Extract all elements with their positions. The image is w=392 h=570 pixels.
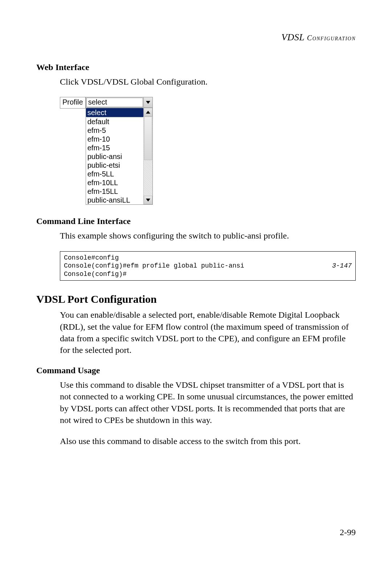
chevron-up-icon: [146, 111, 150, 114]
profile-combobox[interactable]: select: [86, 97, 153, 108]
para-web-interface: Click VDSL/VDSL Global Configuration.: [60, 76, 356, 87]
para-cli: This example shows configuring the switc…: [60, 230, 356, 241]
scroll-thumb[interactable]: [144, 117, 152, 160]
profile-option-efm-5ll[interactable]: efm-5LL: [86, 170, 143, 178]
profile-option-efm-15ll[interactable]: efm-15LL: [86, 187, 143, 196]
para-port-config: You can enable/disable a selected port, …: [60, 309, 356, 356]
para-command-usage-1: Use this command to disable the VDSL chi…: [60, 379, 356, 426]
scroll-track[interactable]: [144, 117, 152, 196]
profile-listbox-items: select default efm-5 efm-10 efm-15 publi…: [86, 108, 143, 204]
profile-option-default[interactable]: default: [86, 117, 143, 126]
running-header: VDSL Configuration: [36, 32, 356, 43]
cli-code-ref: 3-147: [325, 262, 352, 270]
profile-option-efm-10[interactable]: efm-10: [86, 135, 143, 143]
scroll-up-button[interactable]: [144, 108, 152, 117]
profile-option-efm-5[interactable]: efm-5: [86, 126, 143, 135]
para-command-usage-2: Also use this command to disable access …: [60, 435, 356, 447]
profile-combobox-button[interactable]: [143, 97, 152, 107]
cli-code: Console#config Console(config)#efm profi…: [64, 254, 244, 278]
running-header-main: VDSL: [281, 32, 305, 42]
running-header-tail: Configuration: [305, 34, 356, 42]
cli-code-box: Console#config Console(config)#efm profi…: [60, 251, 356, 281]
profile-listbox-scrollbar[interactable]: [143, 108, 152, 204]
heading-web-interface: Web Interface: [36, 62, 356, 72]
page-number: 2-99: [340, 528, 356, 537]
profile-label: Profile: [60, 97, 86, 109]
profile-option-efm-15[interactable]: efm-15: [86, 143, 143, 152]
profile-option-select[interactable]: select: [86, 108, 143, 117]
chevron-down-icon: [146, 101, 150, 104]
scroll-down-button[interactable]: [144, 196, 152, 204]
profile-option-efm-10ll[interactable]: efm-10LL: [86, 178, 143, 187]
heading-command-usage: Command Usage: [36, 366, 356, 375]
page-content: VDSL Configuration Web Interface Click V…: [0, 0, 392, 447]
profile-option-public-ansi[interactable]: public-ansi: [86, 152, 143, 161]
heading-cli: Command Line Interface: [36, 216, 356, 226]
profile-listbox[interactable]: select default efm-5 efm-10 efm-15 publi…: [86, 108, 153, 205]
profile-widget: Profile select select default efm-5 efm-…: [60, 97, 153, 205]
profile-combobox-value[interactable]: select: [86, 98, 143, 107]
chevron-down-icon: [146, 199, 150, 201]
profile-option-public-etsi[interactable]: public-etsi: [86, 161, 143, 170]
profile-option-public-ansill[interactable]: public-ansiLL: [86, 196, 143, 204]
heading-port-config: VDSL Port Configuration: [36, 293, 356, 305]
